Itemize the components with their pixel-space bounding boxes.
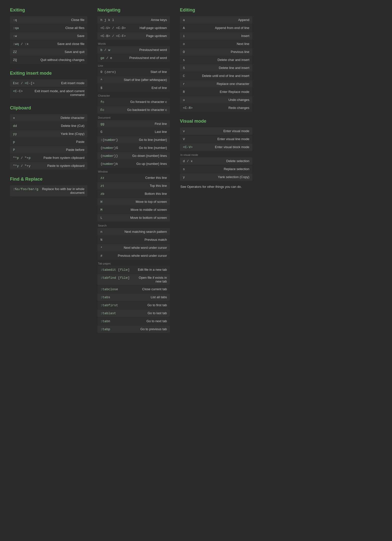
command-desc: First line: [155, 122, 167, 126]
command-desc: Append from end of line: [215, 26, 249, 30]
command-key: d / x: [183, 159, 193, 163]
command-desc: Previous line: [231, 50, 249, 54]
command-desc: Replace one character: [217, 82, 249, 86]
command-desc: Replace selection: [224, 167, 249, 171]
table-row: ZQQuit without checking changes: [10, 56, 87, 64]
table-row: :tabcloseClose current tab: [97, 285, 170, 293]
table-row: :tablastGo to last tab: [97, 309, 170, 317]
command-key: 0 (zero): [100, 70, 116, 74]
command-key: N: [100, 238, 102, 242]
table-row: aAppend: [180, 16, 252, 24]
table-row: <C-C>Exit insert mode, and abort current…: [10, 87, 87, 98]
table-row: ^Start of line (after whitespace): [97, 76, 170, 84]
command-desc: Go to last tab: [148, 311, 167, 315]
operators-note: See Operators for other things you can d…: [180, 184, 252, 190]
command-key: #: [100, 254, 102, 258]
command-desc: Go up {number} lines: [136, 162, 167, 166]
command-desc: Top this line: [150, 184, 167, 188]
command-key: yy: [13, 132, 17, 136]
table-row: ddDelete line (Cut): [10, 122, 87, 130]
command-key: fc: [100, 100, 104, 104]
command-key: ^: [100, 78, 102, 82]
table-row: {number}}Go down {number} lines: [97, 152, 170, 160]
command-key: {number}}: [100, 154, 118, 158]
in-visual-commands: d / xDelete selectionsReplace selectiony…: [180, 157, 252, 181]
command-key: Fc: [100, 108, 104, 112]
command-key: a: [183, 18, 185, 22]
section-editing: Editing aAppendAAppend from end of linei…: [180, 7, 252, 112]
section-exiting-insert: Exiting insert mode Esc / <C-[>Exit inse…: [10, 71, 87, 98]
table-row: oNext line: [180, 40, 252, 48]
command-desc: Center this line: [145, 176, 167, 180]
command-key: :tabn: [100, 319, 110, 323]
command-key: :{number}: [100, 138, 118, 142]
table-row: :tabfind [file]Open file if exists in ne…: [97, 274, 170, 285]
command-key: x: [13, 116, 15, 120]
command-desc: Previous/next word: [139, 48, 167, 52]
command-key: {number}k: [100, 162, 118, 166]
section-clipboard: Clipboard xDelete characterddDelete line…: [10, 105, 87, 170]
command-desc: Paste to system clipboard: [47, 164, 84, 168]
command-key: r: [183, 82, 185, 86]
editing-title: Editing: [180, 7, 252, 13]
command-desc: Delete char and insert: [218, 58, 249, 62]
table-row: PPaste before: [10, 146, 87, 154]
command-key: :tabedit [file]: [100, 268, 130, 272]
exiting-insert-commands: Esc / <C-[>Exit insert mode<C-C>Exit ins…: [10, 79, 87, 98]
command-desc: Go to first tab: [147, 303, 167, 307]
command-desc: Save: [77, 34, 84, 38]
command-desc: Enter visual line mode: [217, 137, 249, 141]
command-key: n: [100, 230, 102, 234]
command-key: :qa: [13, 26, 19, 30]
command-key: S: [183, 66, 185, 70]
table-row: $End of line: [97, 84, 170, 92]
table-row: <C-V>Enter visual block mode: [180, 143, 252, 151]
navigating-commands: h j k lArrow keys<C-U> / <C-D>Half-page …: [97, 16, 170, 333]
command-key: :tabfirst: [100, 303, 118, 307]
table-row: ZZSave and quit: [10, 48, 87, 56]
table-row: sReplace selection: [180, 165, 252, 173]
command-key: ZZ: [13, 50, 17, 54]
command-desc: Delete selection: [226, 159, 250, 163]
command-desc: Previous whole word under cursor: [118, 254, 167, 258]
subsection-label: Document: [97, 116, 170, 119]
command-key: gg: [100, 122, 104, 126]
command-desc: Yank selection (Copy): [218, 175, 249, 179]
table-row: Esc / <C-[>Exit insert mode: [10, 79, 87, 87]
table-row: h j k lArrow keys: [97, 16, 170, 24]
command-desc: Bottom this line: [145, 192, 167, 196]
command-desc: Enter visual block mode: [215, 145, 249, 149]
table-row: sDelete char and insert: [180, 56, 252, 64]
subsection-label: Search: [97, 224, 170, 227]
command-desc: End of line: [152, 86, 167, 90]
find-replace-commands: :%s/foo/bar/gReplace foo with bar in who…: [10, 185, 87, 196]
command-key: :q: [13, 18, 17, 22]
command-key: s: [183, 58, 185, 62]
table-row: xDelete character: [10, 114, 87, 122]
subsection-label: Tab pages: [97, 262, 170, 265]
command-key: o: [183, 42, 185, 46]
command-desc: Close file: [71, 18, 84, 22]
clipboard-title: Clipboard: [10, 105, 87, 111]
command-desc: Half-page up/down: [140, 26, 167, 30]
table-row: fcGo forward to character c: [97, 98, 170, 106]
command-desc: Paste from system clipboard: [43, 156, 84, 160]
table-row: LMove to bottom of screen: [97, 214, 170, 222]
middle-column: Navigating h j k lArrow keys<C-U> / <C-D…: [97, 7, 170, 340]
command-desc: Undo changes: [228, 98, 249, 102]
command-desc: Move to top of screen: [136, 200, 167, 204]
table-row: FcGo backward to character c: [97, 106, 170, 114]
command-desc: Go backward to character c: [127, 108, 167, 112]
table-row: REnter Replace mode: [180, 88, 252, 96]
table-row: CDelete until end of line and insert: [180, 72, 252, 80]
command-key: ge / e: [100, 56, 112, 60]
command-key: zz: [100, 176, 104, 180]
command-desc: Redo changes: [228, 106, 249, 110]
command-key: Esc / <C-[>: [13, 81, 34, 85]
left-column: Exiting :qClose file:qaClose all files:w…: [10, 7, 87, 340]
command-desc: Delete line (Cut): [61, 124, 84, 128]
command-key: <C-B> / <C-F>: [100, 34, 126, 38]
table-row: uUndo changes: [180, 96, 252, 104]
command-key: :tabfind [file]: [100, 276, 130, 280]
command-desc: Open file if exists in new tab: [132, 276, 167, 283]
